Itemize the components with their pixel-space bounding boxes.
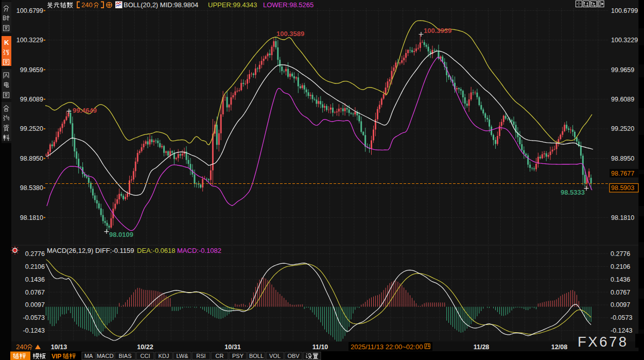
svg-text:100.3229: 100.3229 — [16, 37, 43, 44]
svg-text:240: 240 — [16, 343, 27, 351]
svg-text:LW&: LW& — [176, 353, 188, 359]
svg-text:99.6089: 99.6089 — [20, 96, 43, 103]
svg-text:0.0767: 0.0767 — [611, 289, 630, 296]
svg-text:-0.0573: -0.0573 — [23, 314, 45, 321]
svg-text:DEA:-0.0618: DEA:-0.0618 — [137, 247, 175, 254]
svg-text:98.8950: 98.8950 — [611, 155, 634, 162]
svg-text:-0.0573: -0.0573 — [611, 314, 632, 321]
svg-text:98.1810: 98.1810 — [611, 214, 634, 221]
svg-text:BOLL(20,2) MID:98.9804: BOLL(20,2) MID:98.9804 — [124, 1, 198, 9]
svg-text:98.1810: 98.1810 — [20, 214, 43, 221]
svg-text:99.4649: 99.4649 — [73, 107, 97, 114]
svg-text:0.2776: 0.2776 — [611, 250, 630, 258]
svg-text:99.2520: 99.2520 — [20, 125, 43, 132]
svg-text:10/22: 10/22 — [137, 344, 153, 351]
svg-text:0.0097: 0.0097 — [25, 301, 45, 308]
svg-text:98.5333: 98.5333 — [561, 188, 585, 196]
svg-text:100.3939: 100.3939 — [424, 27, 451, 35]
svg-text:0.2776: 0.2776 — [25, 250, 45, 258]
svg-text:PSY: PSY — [232, 353, 244, 359]
svg-text:100.6799: 100.6799 — [611, 7, 638, 14]
svg-text:98.7677: 98.7677 — [611, 170, 634, 177]
svg-text:0.0097: 0.0097 — [611, 301, 630, 308]
svg-text:RSI: RSI — [196, 353, 205, 359]
svg-text:UPPER:99.4343: UPPER:99.4343 — [208, 1, 257, 9]
svg-text:98.8950: 98.8950 — [20, 155, 43, 162]
svg-text:99.6089: 99.6089 — [611, 96, 634, 103]
svg-text:BIAS: BIAS — [118, 353, 131, 359]
svg-text:CR: CR — [216, 353, 224, 359]
svg-text:98.5903: 98.5903 — [611, 184, 634, 192]
svg-text:-0.1243: -0.1243 — [611, 327, 632, 334]
svg-text:0.1436: 0.1436 — [25, 276, 45, 283]
svg-text:10/31: 10/31 — [224, 344, 240, 351]
svg-text:MACD: MACD — [97, 353, 113, 359]
svg-text:98.0109: 98.0109 — [109, 231, 133, 238]
svg-text:MA: MA — [84, 353, 93, 359]
svg-text:VOL: VOL — [269, 353, 281, 359]
svg-text:2025/11/13 22:00~02:00: 2025/11/13 22:00~02:00 — [351, 343, 423, 351]
svg-text:VIP: VIP — [51, 353, 61, 360]
svg-text:12/08: 12/08 — [551, 344, 567, 351]
svg-text:99.2520: 99.2520 — [611, 125, 634, 132]
svg-text:0.2106: 0.2106 — [25, 263, 45, 270]
svg-text:100.3229: 100.3229 — [611, 37, 638, 44]
svg-text:LOWER:98.5265: LOWER:98.5265 — [263, 1, 314, 9]
svg-text:KDJ: KDJ — [159, 353, 169, 359]
svg-text:11/10: 11/10 — [312, 344, 328, 351]
svg-text:99.9659: 99.9659 — [20, 66, 43, 74]
svg-text:K: K — [4, 39, 9, 46]
svg-text:99.9659: 99.9659 — [611, 66, 634, 74]
svg-text:0.2106: 0.2106 — [611, 263, 630, 270]
svg-text:-0.1243: -0.1243 — [23, 327, 45, 334]
svg-text:FX678: FX678 — [578, 334, 629, 350]
svg-text:10/13: 10/13 — [51, 344, 67, 351]
svg-text:11/28: 11/28 — [474, 344, 490, 351]
svg-text:240: 240 — [81, 1, 93, 9]
svg-text:100.6799: 100.6799 — [16, 7, 43, 14]
svg-text:MACD(26,12,9) DIFF:-0.1159: MACD(26,12,9) DIFF:-0.1159 — [47, 247, 134, 254]
svg-text:98.5380: 98.5380 — [20, 184, 43, 192]
svg-text:0.0767: 0.0767 — [25, 289, 45, 296]
svg-text:BOLL: BOLL — [249, 353, 264, 359]
svg-text:MACD:-0.1082: MACD:-0.1082 — [177, 247, 221, 254]
svg-text:CCI: CCI — [141, 353, 150, 359]
svg-text:0.1436: 0.1436 — [611, 276, 630, 283]
svg-text:100.3589: 100.3589 — [276, 30, 304, 38]
svg-text:OBV: OBV — [287, 353, 300, 359]
